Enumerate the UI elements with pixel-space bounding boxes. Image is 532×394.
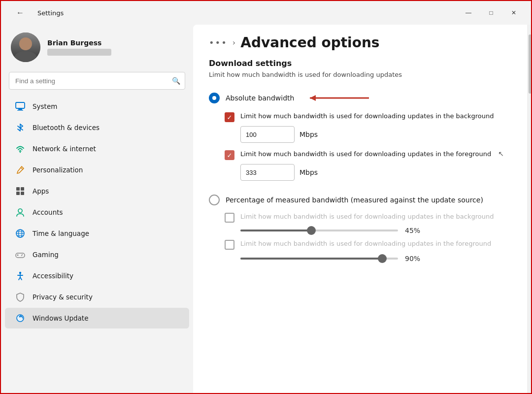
window-title: Settings [37, 9, 64, 17]
globe-icon [15, 228, 26, 239]
wifi-icon [15, 143, 26, 154]
foreground-checkbox[interactable]: ✓ [225, 150, 234, 160]
titlebar: ← Settings — □ ✕ [1, 1, 532, 25]
absolute-options: ✓ Limit how much bandwidth is used for d… [193, 110, 532, 190]
sidebar-item-time[interactable]: Time & language [5, 223, 189, 244]
sidebar-label-privacy: Privacy & security [33, 293, 93, 301]
svg-line-25 [20, 277, 22, 280]
sidebar-item-personalization[interactable]: Personalization [5, 160, 189, 180]
avatar [11, 33, 40, 62]
breadcrumb-arrow: › [233, 38, 235, 47]
background-checkbox-row: ✓ Limit how much bandwidth is used for d… [225, 112, 517, 122]
foreground-unit: Mbps [299, 168, 318, 176]
svg-rect-1 [18, 109, 22, 110]
svg-rect-0 [16, 102, 25, 108]
main-header: ••• › Advanced options [193, 25, 532, 55]
sidebar-label-network: Network & internet [33, 145, 96, 153]
close-button[interactable]: ✕ [502, 5, 525, 21]
settings-window: ← Settings — □ ✕ Brian Burgess [1, 1, 532, 394]
sidebar-label-accessibility: Accessibility [33, 272, 73, 280]
sidebar-label-update: Windows Update [33, 314, 88, 322]
svg-point-20 [21, 255, 22, 256]
sidebar-item-network[interactable]: Network & internet [5, 138, 189, 159]
monitor-icon [15, 101, 26, 112]
fg-slider-fill [240, 258, 382, 260]
scrollbar[interactable] [527, 25, 532, 394]
maximize-button[interactable]: □ [480, 5, 502, 21]
svg-rect-8 [21, 192, 24, 195]
pct-foreground-label: Limit how much bandwidth is used for dow… [240, 239, 491, 248]
pct-background-value: 45% [405, 227, 425, 234]
sidebar-item-system[interactable]: System [5, 96, 189, 117]
section-title: Download settings [193, 55, 532, 70]
svg-line-4 [21, 167, 23, 169]
main-content: ••• › Advanced options Download settings… [193, 25, 532, 394]
background-checkbox-label: Limit how much bandwidth is used for dow… [240, 112, 494, 121]
accessibility-icon [15, 270, 26, 281]
red-arrow-annotation [305, 91, 374, 105]
foreground-input-row: Mbps [240, 164, 517, 181]
svg-rect-7 [16, 192, 20, 195]
sidebar-nav: System Bluetooth & devices [1, 96, 193, 329]
fg-slider-thumb[interactable] [378, 254, 387, 263]
background-unit: Mbps [299, 131, 318, 138]
pct-background-slider[interactable] [240, 230, 398, 231]
page-title: Advanced options [240, 34, 379, 51]
percentage-options: Limit how much bandwidth is used for dow… [193, 210, 532, 270]
scrollbar-thumb[interactable] [529, 34, 532, 94]
foreground-checkbox-row: ✓ Limit how much bandwidth is used for d… [225, 150, 517, 160]
sidebar-item-gaming[interactable]: Gaming [5, 244, 189, 265]
pencil-icon [15, 164, 26, 175]
pct-foreground-slider[interactable] [240, 258, 398, 260]
foreground-value-input[interactable] [240, 164, 295, 181]
radio-percentage-button[interactable] [209, 195, 220, 205]
svg-rect-5 [16, 187, 20, 191]
breadcrumb-dots[interactable]: ••• [209, 37, 228, 48]
svg-point-9 [18, 209, 22, 213]
refresh-icon [15, 313, 26, 324]
pct-foreground-checkbox[interactable] [225, 240, 234, 250]
radio-inner [212, 96, 216, 100]
svg-point-21 [19, 272, 21, 274]
back-button[interactable]: ← [9, 5, 32, 21]
sidebar-item-apps[interactable]: Apps [5, 181, 189, 201]
section-description: Limit how much bandwidth is used for dow… [193, 70, 532, 86]
content-area: Brian Burgess 🔍 [1, 25, 532, 394]
minimize-button[interactable]: — [457, 5, 480, 21]
sidebar-item-update[interactable]: Windows Update [5, 308, 189, 328]
radio-percentage-label: Percentage of measured bandwidth (measur… [226, 196, 483, 204]
slider-thumb[interactable] [307, 226, 316, 235]
foreground-checkbox-label: Limit how much bandwidth is used for dow… [240, 150, 491, 159]
pct-background-checkbox[interactable] [225, 213, 234, 223]
bluetooth-icon [15, 122, 26, 133]
sidebar-item-bluetooth[interactable]: Bluetooth & devices [5, 117, 189, 138]
background-value-input[interactable] [240, 126, 295, 143]
sidebar-label-gaming: Gaming [33, 251, 59, 259]
sidebar-item-accounts[interactable]: Accounts [5, 202, 189, 223]
svg-rect-2 [17, 110, 23, 111]
apps-icon [15, 186, 26, 197]
search-icon: 🔍 [172, 77, 180, 85]
avatar-body [15, 51, 36, 62]
sidebar-label-time: Time & language [33, 230, 89, 237]
profile-info: Brian Burgess [47, 39, 111, 56]
search-input[interactable] [9, 72, 185, 90]
avatar-head [19, 37, 32, 50]
check-icon: ✓ [227, 114, 233, 121]
person-icon [15, 207, 26, 218]
background-input-row: Mbps [240, 126, 517, 143]
background-checkbox[interactable]: ✓ [225, 112, 234, 122]
svg-rect-6 [21, 187, 24, 191]
sidebar-item-privacy[interactable]: Privacy & security [5, 287, 189, 307]
slider-fill [240, 230, 311, 231]
sidebar-item-accessibility[interactable]: Accessibility [5, 265, 189, 286]
radio-absolute[interactable]: Absolute bandwidth [193, 86, 532, 110]
svg-point-19 [22, 254, 23, 255]
radio-absolute-button[interactable] [209, 93, 220, 103]
titlebar-controls: — □ ✕ [457, 5, 525, 21]
svg-marker-28 [310, 95, 316, 101]
cursor-icon: ↖ [498, 150, 504, 158]
radio-percentage[interactable]: Percentage of measured bandwidth (measur… [193, 190, 532, 210]
pct-foreground-value: 90% [405, 255, 425, 263]
check-icon-fg: ✓ [227, 152, 233, 159]
